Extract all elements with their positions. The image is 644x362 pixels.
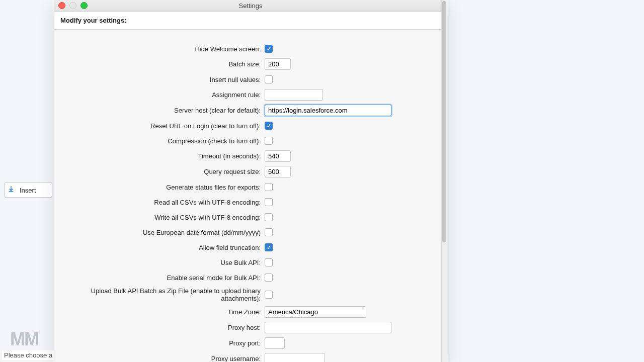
checkbox-write-utf8[interactable] xyxy=(265,213,273,221)
label-truncation: Allow field truncation: xyxy=(54,244,265,251)
input-timeout[interactable] xyxy=(265,150,291,162)
label-server-host: Server host (clear for default): xyxy=(54,107,265,114)
zoom-icon[interactable] xyxy=(80,2,88,9)
label-time-zone: Time Zone: xyxy=(54,308,265,316)
settings-scroll-area: Hide Welcome screen: Batch size: Insert … xyxy=(54,34,442,362)
checkbox-hide-welcome[interactable] xyxy=(265,45,273,53)
input-query-size[interactable] xyxy=(265,166,291,177)
label-reset-url: Reset URL on Login (clear to turn off): xyxy=(54,122,265,130)
download-icon xyxy=(8,186,15,194)
label-bulk-zip: Upload Bulk API Batch as Zip File (enabl… xyxy=(54,287,265,302)
close-icon[interactable] xyxy=(58,2,65,9)
label-proxy-port: Proxy port: xyxy=(54,339,265,347)
label-query-size: Query request size: xyxy=(54,168,265,175)
window-controls xyxy=(58,2,88,9)
label-batch-size: Batch size: xyxy=(54,60,265,68)
settings-form: Hide Welcome screen: Batch size: Insert … xyxy=(54,34,442,362)
input-proxy-user[interactable] xyxy=(265,353,325,362)
label-bulk-serial: Enable serial mode for Bulk API: xyxy=(54,274,265,282)
checkbox-gen-status[interactable] xyxy=(265,183,273,191)
input-proxy-host[interactable] xyxy=(265,322,391,333)
checkbox-read-utf8[interactable] xyxy=(265,198,273,206)
checkbox-eu-date[interactable] xyxy=(265,228,273,236)
sidebar-item-insert[interactable]: Insert xyxy=(4,183,52,198)
input-server-host[interactable] xyxy=(265,105,391,116)
checkbox-bulk-serial[interactable] xyxy=(265,274,273,282)
titlebar[interactable]: Settings xyxy=(54,0,447,12)
scrollbar[interactable] xyxy=(441,0,447,362)
checkbox-truncation[interactable] xyxy=(265,243,273,251)
label-compression: Compression (check to turn off): xyxy=(54,137,265,145)
app-logo: MM xyxy=(10,329,38,350)
label-insert-null: Insert null values: xyxy=(54,76,265,83)
settings-window: Settings Modify your settings: Hide Welc… xyxy=(54,0,447,362)
input-time-zone[interactable] xyxy=(265,306,366,318)
label-bulk-api: Use Bulk API: xyxy=(54,259,265,266)
label-eu-date: Use European date format (dd/mm/yyyy) xyxy=(54,229,265,236)
sidebar-item-label: Insert xyxy=(20,187,36,194)
label-timeout: Timeout (in seconds): xyxy=(54,152,265,160)
page-subtitle: Modify your settings: xyxy=(54,12,447,30)
label-gen-status: Generate status files for exports: xyxy=(54,184,265,191)
checkbox-bulk-zip[interactable] xyxy=(265,291,273,299)
checkbox-insert-null[interactable] xyxy=(265,75,273,83)
checkbox-reset-url[interactable] xyxy=(265,122,273,130)
label-assignment-rule: Assignment rule: xyxy=(54,91,265,99)
minimize-icon xyxy=(69,2,76,9)
input-proxy-port[interactable] xyxy=(265,337,285,349)
checkbox-compression[interactable] xyxy=(265,137,273,145)
input-batch-size[interactable] xyxy=(265,58,291,70)
checkbox-bulk-api[interactable] xyxy=(265,258,273,266)
label-proxy-host: Proxy host: xyxy=(54,324,265,331)
scrollbar-thumb[interactable] xyxy=(442,1,446,242)
label-proxy-user: Proxy username: xyxy=(54,355,265,362)
label-write-utf8: Write all CSVs with UTF-8 encoding: xyxy=(54,214,265,221)
label-read-utf8: Read all CSVs with UTF-8 encoding: xyxy=(54,199,265,206)
input-assignment-rule[interactable] xyxy=(265,89,323,101)
status-text: Please choose a xyxy=(2,350,54,360)
label-hide-welcome: Hide Welcome screen: xyxy=(54,45,265,53)
window-title: Settings xyxy=(239,2,263,10)
